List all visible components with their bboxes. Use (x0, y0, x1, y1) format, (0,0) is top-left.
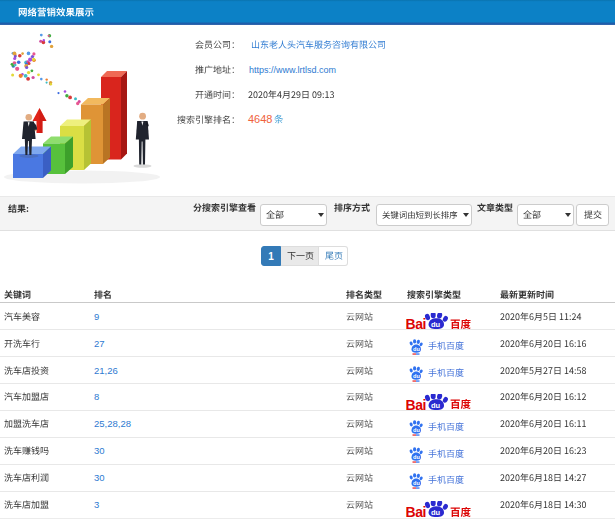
svg-text:Bai: Bai (406, 504, 426, 519)
svg-text:du: du (413, 454, 420, 460)
svg-text:du: du (413, 427, 420, 433)
svg-text:du: du (413, 373, 420, 379)
svg-text:du: du (431, 508, 441, 517)
svg-text:du: du (413, 347, 420, 353)
svg-text:du: du (413, 481, 420, 487)
svg-text:du: du (431, 401, 441, 410)
